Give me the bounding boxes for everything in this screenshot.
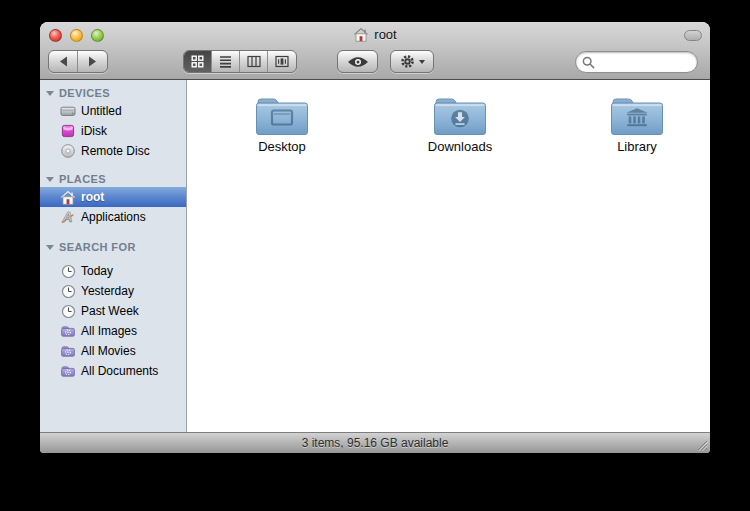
smart-folder-icon (60, 343, 76, 359)
forward-icon (88, 56, 97, 67)
quick-look-button[interactable] (337, 50, 378, 73)
search-field[interactable] (575, 51, 698, 73)
column-view-button[interactable] (240, 51, 268, 72)
back-icon (59, 56, 68, 67)
folder-desktop[interactable]: Desktop (227, 94, 337, 154)
folder-icon (610, 94, 664, 136)
idisk-icon (60, 123, 76, 139)
sidebar-item-applications[interactable]: A Applications (40, 207, 186, 227)
nav-buttons (48, 50, 108, 73)
sidebar-item-all-movies[interactable]: All Movies (40, 341, 186, 361)
sidebar-item-label: iDisk (81, 124, 107, 138)
disclosure-triangle-icon[interactable] (46, 91, 54, 96)
folder-icon (433, 94, 487, 136)
sidebar-section-places: PLACES root (40, 171, 186, 227)
sidebar-section-devices: DEVICES Untitled (40, 85, 186, 161)
disclosure-triangle-icon[interactable] (46, 245, 54, 250)
sidebar-header-places[interactable]: PLACES (40, 171, 186, 187)
clock-icon (60, 303, 76, 319)
status-text: 3 items, 95.16 GB available (302, 436, 449, 450)
list-view-button[interactable] (212, 51, 240, 72)
chevron-down-icon (419, 60, 425, 64)
coverflow-view-icon (275, 55, 289, 68)
sidebar-item-untitled[interactable]: Untitled (40, 101, 186, 121)
window-title: root (374, 27, 396, 42)
status-bar: 3 items, 95.16 GB available (40, 432, 710, 453)
icon-view-icon (191, 55, 204, 68)
view-switcher (183, 50, 297, 73)
sidebar-item-remote-disc[interactable]: Remote Disc (40, 141, 186, 161)
svg-text:A: A (62, 209, 73, 225)
column-view-icon (247, 55, 261, 68)
sidebar-item-idisk[interactable]: iDisk (40, 121, 186, 141)
sidebar-item-yesterday[interactable]: Yesterday (40, 281, 186, 301)
sidebar-item-all-documents[interactable]: All Documents (40, 361, 186, 381)
section-label: SEARCH FOR (59, 241, 136, 253)
sidebar-item-label: Past Week (81, 304, 139, 318)
section-label: DEVICES (59, 87, 110, 99)
clock-icon (60, 263, 76, 279)
title-group: root (40, 22, 710, 46)
icon-view-button[interactable] (184, 51, 212, 72)
downloads-emblem (451, 110, 469, 128)
home-icon (60, 189, 76, 205)
sidebar-item-today[interactable]: Today (40, 261, 186, 281)
search-icon (582, 56, 595, 69)
folder-label: Downloads (428, 139, 492, 154)
resize-grip[interactable] (695, 438, 708, 451)
sidebar-header-devices[interactable]: DEVICES (40, 85, 186, 101)
smart-folder-icon (60, 323, 76, 339)
applications-icon: A (60, 209, 76, 225)
sidebar-header-search-for[interactable]: SEARCH FOR (40, 239, 186, 255)
coverflow-view-button[interactable] (268, 51, 296, 72)
forward-button[interactable] (78, 51, 107, 72)
sidebar-item-label: All Movies (81, 344, 136, 358)
sidebar-item-label: root (81, 190, 104, 204)
disclosure-triangle-icon[interactable] (46, 177, 54, 182)
folder-downloads[interactable]: Downloads (405, 94, 515, 154)
hard-drive-icon (60, 103, 76, 119)
smart-folder-icon (60, 363, 76, 379)
folder-label: Desktop (258, 139, 306, 154)
disc-icon (60, 143, 76, 159)
gear-icon (400, 54, 415, 69)
eye-icon (347, 56, 369, 68)
action-menu-button[interactable] (390, 50, 434, 73)
section-label: PLACES (59, 173, 106, 185)
sidebar-item-label: Untitled (81, 104, 122, 118)
sidebar: DEVICES Untitled (40, 80, 187, 432)
sidebar-item-label: Yesterday (81, 284, 134, 298)
toolbar-toggle-button[interactable] (684, 30, 702, 41)
back-button[interactable] (49, 51, 78, 72)
sidebar-item-root[interactable]: root (40, 187, 186, 207)
list-view-icon (219, 55, 232, 68)
sidebar-item-label: All Documents (81, 364, 158, 378)
sidebar-item-label: All Images (81, 324, 137, 338)
folder-label: Library (617, 139, 657, 154)
sidebar-item-all-images[interactable]: All Images (40, 321, 186, 341)
sidebar-item-label: Applications (81, 210, 146, 224)
title-bar[interactable]: root (40, 22, 710, 46)
file-area[interactable]: Desktop Downloads (187, 80, 710, 432)
home-icon (353, 27, 369, 42)
search-input[interactable] (599, 53, 689, 71)
toolbar (40, 46, 710, 79)
sidebar-item-past-week[interactable]: Past Week (40, 301, 186, 321)
clock-icon (60, 283, 76, 299)
folder-icon (255, 94, 309, 136)
sidebar-section-search-for: SEARCH FOR Today (40, 239, 186, 381)
window-content: DEVICES Untitled (40, 80, 710, 432)
finder-window: root (40, 22, 710, 453)
window-chrome: root (40, 22, 710, 80)
sidebar-item-label: Today (81, 264, 113, 278)
folder-library[interactable]: Library (582, 94, 692, 154)
sidebar-item-label: Remote Disc (81, 144, 150, 158)
